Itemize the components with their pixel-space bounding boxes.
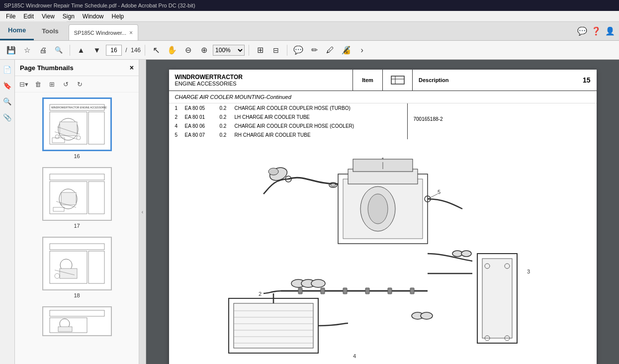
pdf-page: WINDROWERTRACTOR ENGINE ACCESSORIES Item… <box>169 70 597 364</box>
pdf-sub-title: ENGINE ACCESSORIES <box>175 81 347 87</box>
svg-point-53 <box>311 279 325 287</box>
next-page-button[interactable]: ▼ <box>90 43 104 57</box>
item-num-2: 2 <box>175 114 185 120</box>
print-button[interactable]: 🖨 <box>36 43 50 57</box>
svg-point-48 <box>331 183 336 186</box>
svg-rect-61 <box>234 303 313 348</box>
panel-tools: ⊟▾ 🗑 ⊞ ↺ ↻ <box>15 76 139 92</box>
svg-rect-55 <box>321 288 325 294</box>
thumb-frame-17[interactable] <box>42 167 112 221</box>
svg-point-46 <box>268 168 278 175</box>
pdf-title-block: WINDROWERTRACTOR ENGINE ACCESSORIES <box>169 70 354 91</box>
pdf-icon-col-header <box>383 70 413 91</box>
menu-file[interactable]: File <box>2 12 19 21</box>
zoom-in-button[interactable]: ⊕ <box>197 43 211 57</box>
prev-page-button[interactable]: ▲ <box>74 43 88 57</box>
bookmark-panel-icon[interactable]: 🔖 <box>1 80 13 91</box>
thumbnail-16[interactable]: WINDROWERTRACTOR ENGINE ACCESSORIES <box>15 97 139 159</box>
menu-view[interactable]: View <box>38 12 59 21</box>
save-button[interactable]: 💾 <box>4 43 18 57</box>
svg-rect-69 <box>482 259 512 338</box>
parts-row-5: 5 EA 80 07 0.2 RH CHARGE AIR COOLER TUBE <box>169 130 407 139</box>
thumbnail-18[interactable]: 18 <box>15 237 139 298</box>
ref-number: 700165188-2 <box>414 116 591 122</box>
tab-tools[interactable]: Tools <box>34 21 67 40</box>
zoom-select[interactable]: 100% 75% 125% 150% Fit Page <box>213 45 245 56</box>
pdf-header: WINDROWERTRACTOR ENGINE ACCESSORIES Item… <box>169 70 597 91</box>
pdf-main-title: WINDROWERTRACTOR <box>175 74 347 81</box>
thumb-frame-19[interactable] <box>42 306 112 336</box>
separator-1 <box>70 45 70 56</box>
panel-menu-button[interactable]: ⊟▾ <box>18 78 30 90</box>
thumb-content-18 <box>43 238 111 289</box>
panel-delete-button[interactable]: 🗑 <box>32 78 44 90</box>
tab-right-icons: 💬 ❓ 👤 <box>577 21 619 40</box>
panel-redo-button[interactable]: ↻ <box>74 78 86 90</box>
tab-bar: Home Tools SP185C Windrower... × 💬 ❓ 👤 <box>0 22 619 41</box>
menu-sign[interactable]: Sign <box>59 12 79 21</box>
panel-undo-button[interactable]: ↺ <box>60 78 72 90</box>
more-tools-button[interactable]: › <box>355 43 369 57</box>
thumb-content-17 <box>43 168 111 220</box>
parts-row-1: 1 EA 80 05 0.2 CHARGE AIR COOLER COUPLER… <box>169 103 407 112</box>
thumb-frame-18[interactable] <box>42 237 112 290</box>
pdf-page-number: 15 <box>583 76 591 84</box>
tab-document[interactable]: SP185C Windrower... × <box>69 24 138 40</box>
part-code-1: EA 80 05 <box>185 105 220 111</box>
part-desc-4: CHARGE AIR COOLER COUPLER HOSE (COOLER) <box>235 123 401 129</box>
page-input[interactable] <box>106 45 122 56</box>
pdf-parts-table: 1 EA 80 05 0.2 CHARGE AIR COOLER COUPLER… <box>169 103 597 139</box>
two-page-button[interactable]: ⊟ <box>269 43 283 57</box>
separator-2 <box>145 45 145 56</box>
hand-tool-button[interactable]: ✋ <box>165 43 179 57</box>
chat-icon[interactable]: 💬 <box>577 26 587 36</box>
qty-4: 0.2 <box>220 123 235 129</box>
item-num-5: 5 <box>175 132 185 138</box>
zoom-out-button[interactable]: ⊖ <box>181 43 195 57</box>
stamp-button[interactable]: 🔏 <box>339 43 353 57</box>
svg-rect-59 <box>410 288 414 294</box>
panel-collapse-handle[interactable]: ‹ <box>139 60 146 364</box>
svg-point-43 <box>368 194 388 224</box>
page-separator: / <box>124 47 129 54</box>
thumbnail-17[interactable]: 17 <box>15 167 139 229</box>
help-icon[interactable]: ❓ <box>591 26 601 36</box>
tab-close-button[interactable]: × <box>129 29 133 36</box>
svg-point-74 <box>452 251 462 257</box>
panel-close-button[interactable]: × <box>130 64 134 72</box>
item-num-4: 4 <box>175 123 185 129</box>
thumb-label-17: 17 <box>74 223 80 229</box>
select-tool-button[interactable]: ↖ <box>149 43 163 57</box>
svg-text:2: 2 <box>259 291 262 297</box>
tab-home[interactable]: Home <box>0 21 34 40</box>
fit-page-button[interactable]: ⊞ <box>253 43 267 57</box>
thumb-label-16: 16 <box>74 153 80 159</box>
zoom-search-button[interactable]: 🔍 <box>52 43 66 57</box>
pdf-area[interactable]: WINDROWERTRACTOR ENGINE ACCESSORIES Item… <box>146 60 619 364</box>
part-desc-2: LH CHARGE AIR COOLER TUBE <box>235 114 401 120</box>
page-icon[interactable]: 📄 <box>1 64 13 76</box>
left-panel: Page Thumbnails × ⊟▾ 🗑 ⊞ ↺ ↻ WINDROWERTR… <box>15 60 139 364</box>
menu-help[interactable]: Help <box>108 12 128 21</box>
bookmark-button[interactable]: ☆ <box>20 43 34 57</box>
title-bar: SP185C Windrower Repair Time Schedule.pd… <box>0 0 619 11</box>
svg-text:4: 4 <box>353 353 356 359</box>
comment-button[interactable]: 💬 <box>291 43 305 57</box>
part-code-4: EA 80 06 <box>185 123 220 129</box>
search-panel-icon[interactable]: 🔍 <box>1 95 13 107</box>
parts-row-4: 4 EA 80 06 0.2 CHARGE AIR COOLER COUPLER… <box>169 121 407 130</box>
menu-window[interactable]: Window <box>79 12 108 21</box>
panel-extract-button[interactable]: ⊞ <box>46 78 58 90</box>
thumb-frame-16[interactable]: WINDROWERTRACTOR ENGINE ACCESSORIES <box>42 97 112 151</box>
account-icon[interactable]: 👤 <box>605 26 615 36</box>
highlight-button[interactable]: 🖊 <box>323 43 337 57</box>
svg-text:5: 5 <box>438 189 441 195</box>
pdf-item-col-header: Item <box>353 70 383 91</box>
attachment-icon[interactable]: 📎 <box>1 111 13 123</box>
thumbnail-19[interactable] <box>15 306 139 336</box>
pen-button[interactable]: ✏ <box>307 43 321 57</box>
menu-edit[interactable]: Edit <box>19 12 38 21</box>
thumbnails-area: WINDROWERTRACTOR ENGINE ACCESSORIES <box>15 92 139 364</box>
pdf-section-label: CHARGE AIR COOLER MOUNTING-Continued <box>169 91 597 103</box>
qty-1: 0.2 <box>220 105 235 111</box>
